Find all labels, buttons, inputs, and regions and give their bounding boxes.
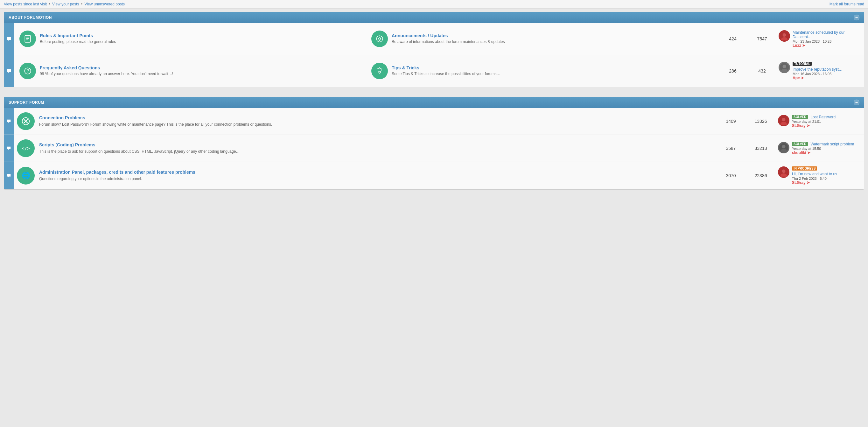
row-1-last-post-inner: Maintenance scheduled by our Datacent… M… bbox=[779, 30, 858, 48]
row-2-last-post-title[interactable]: Improve the reputation syst… bbox=[793, 67, 842, 71]
scripts-indicator bbox=[4, 135, 14, 162]
svg-line-15 bbox=[382, 68, 382, 69]
admin-inner: 🌐 Administration Panel, packages, credit… bbox=[14, 162, 864, 189]
support-section-header: SUPPORT FORUM − bbox=[4, 97, 864, 108]
avatar-icon-admin bbox=[779, 168, 788, 177]
row-1-posts: 424 bbox=[720, 36, 745, 41]
support-row-scripts: </> Scripts (Coding) Problems This is th… bbox=[4, 135, 864, 162]
svg-rect-0 bbox=[25, 35, 30, 42]
rules-icon-circle bbox=[20, 31, 36, 47]
row-2-indicator bbox=[4, 55, 14, 87]
view-since-link[interactable]: View posts since last visit bbox=[4, 2, 47, 6]
admin-icon-circle: 🌐 bbox=[17, 167, 35, 185]
row-2-last-post-info: TUTORIAL Improve the reputation syst… Mo… bbox=[793, 62, 858, 80]
faq-icon-circle: ? bbox=[20, 63, 36, 79]
separator-2: • bbox=[81, 2, 83, 6]
top-bar: View posts since last visit • View your … bbox=[0, 0, 868, 8]
connection-avatar bbox=[778, 115, 789, 126]
svg-point-23 bbox=[782, 118, 785, 121]
about-section: ABOUT FORUMOTION − Rule bbox=[4, 12, 864, 87]
avatar-icon bbox=[780, 31, 789, 40]
row-2-last-post-inner: TUTORIAL Improve the reputation syst… Mo… bbox=[779, 62, 858, 80]
support-collapse-button[interactable]: − bbox=[854, 100, 860, 105]
connection-last-post: SOLVED Lost Password Yesterday at 21:01 … bbox=[778, 115, 861, 128]
connection-last-post-info: SOLVED Lost Password Yesterday at 21:01 … bbox=[792, 115, 858, 128]
tips-title[interactable]: Tips & Tricks bbox=[392, 65, 713, 70]
tips-cell: Tips & Tricks Some Tips & Tricks to incr… bbox=[368, 58, 716, 84]
scripts-last-post-title[interactable]: Watermark script problem bbox=[810, 142, 854, 146]
connection-arrow-icon: ➤ bbox=[807, 123, 810, 128]
row-1-last-post: Maintenance scheduled by our Datacent… M… bbox=[779, 30, 861, 48]
row-1-topics: 7547 bbox=[749, 36, 775, 41]
scripts-last-post: SOLVED Watermark script problem Yesterda… bbox=[778, 142, 861, 155]
rules-title[interactable]: Rules & Important Points bbox=[40, 33, 361, 38]
connection-info: Connection Problems Forum slow? Lost Pas… bbox=[39, 115, 714, 127]
avatar-icon-2 bbox=[780, 63, 789, 72]
scripts-last-post-time: Yesterday at 15:50 bbox=[792, 147, 858, 151]
avatar-icon-conn bbox=[779, 116, 788, 125]
faq-desc: 99 % of your questions have already an a… bbox=[40, 71, 173, 76]
row-1-last-post-info: Maintenance scheduled by our Datacent… M… bbox=[793, 30, 858, 48]
connection-inner: Connection Problems Forum slow? Lost Pas… bbox=[14, 108, 864, 134]
scripts-icon-circle: </> bbox=[17, 140, 35, 157]
view-unanswered-link[interactable]: View unanswered posts bbox=[84, 2, 125, 6]
about-row-2: ? Frequently Asked Questions 99 % of you… bbox=[4, 55, 864, 87]
scripts-arrow-icon: ➤ bbox=[807, 151, 810, 155]
announcements-icon bbox=[375, 35, 384, 43]
admin-info: Administration Panel, packages, credits … bbox=[39, 170, 714, 182]
view-your-posts-link[interactable]: View your posts bbox=[52, 2, 79, 6]
svg-point-4 bbox=[376, 36, 383, 42]
row-1-last-post-title[interactable]: Maintenance scheduled by our Datacent… bbox=[793, 30, 858, 39]
row-2-last-post: TUTORIAL Improve the reputation syst… Mo… bbox=[779, 62, 861, 80]
mark-all-read-link[interactable]: Mark all forums read bbox=[830, 2, 864, 6]
admin-avatar bbox=[778, 166, 789, 178]
chat-icon-admin bbox=[7, 174, 11, 178]
scripts-solved-badge: SOLVED bbox=[792, 142, 808, 146]
tips-desc: Some Tips & Tricks to increase the possi… bbox=[392, 71, 500, 76]
faq-title[interactable]: Frequently Asked Questions bbox=[40, 65, 361, 70]
about-section-header: ABOUT FORUMOTION − bbox=[4, 12, 864, 23]
about-collapse-button[interactable]: − bbox=[854, 14, 860, 20]
connection-last-post-inner: SOLVED Lost Password Yesterday at 21:01 … bbox=[778, 115, 858, 128]
faq-icon: ? bbox=[24, 67, 32, 75]
scripts-last-post-info: SOLVED Watermark script problem Yesterda… bbox=[792, 142, 858, 155]
svg-point-26 bbox=[782, 145, 785, 148]
faq-info: Frequently Asked Questions 99 % of your … bbox=[40, 65, 361, 77]
section-divider bbox=[0, 90, 868, 94]
announcements-cell: Announcements / Updates Be aware of info… bbox=[368, 26, 716, 52]
svg-point-5 bbox=[379, 37, 380, 37]
row-1-inner: Rules & Important Points Before posting,… bbox=[14, 23, 864, 55]
chat-icon-2 bbox=[6, 68, 11, 73]
admin-last-post-inner: IN PROGRESS Hi, I´m new and want to us… … bbox=[778, 166, 858, 185]
tutorial-badge: TUTORIAL bbox=[793, 62, 812, 66]
connection-desc: Forum slow? Lost Password? Forum showing… bbox=[39, 122, 272, 127]
admin-topics: 22386 bbox=[748, 173, 774, 178]
row-1-avatar bbox=[779, 30, 790, 42]
admin-desc: Questions regarding your options in the … bbox=[39, 177, 142, 181]
row-2-last-post-user: Ape ➤ bbox=[793, 76, 858, 80]
announcements-icon-circle bbox=[371, 31, 388, 47]
admin-last-post-user: SLGray ➤ bbox=[792, 180, 858, 185]
admin-title[interactable]: Administration Panel, packages, credits … bbox=[39, 170, 714, 175]
support-section-title: SUPPORT FORUM bbox=[8, 100, 44, 105]
tips-icon-circle bbox=[371, 63, 388, 79]
rules-info: Rules & Important Points Before posting,… bbox=[40, 33, 361, 44]
scripts-title[interactable]: Scripts (Coding) Problems bbox=[39, 142, 714, 147]
svg-text:?: ? bbox=[27, 68, 30, 73]
scripts-last-post-user: skouliki ➤ bbox=[792, 151, 858, 155]
top-bar-right: Mark all forums read bbox=[830, 2, 864, 6]
admin-last-post-title[interactable]: Hi, I´m new and want to us… bbox=[792, 172, 841, 176]
connection-title[interactable]: Connection Problems bbox=[39, 115, 714, 120]
connection-last-post-title[interactable]: Lost Password bbox=[810, 115, 836, 119]
announcements-title[interactable]: Announcements / Updates bbox=[392, 33, 713, 38]
connection-icon-circle bbox=[17, 112, 35, 130]
chat-icon bbox=[6, 36, 11, 41]
scripts-desc: This is the place to ask for support on … bbox=[39, 149, 240, 154]
support-section: SUPPORT FORUM − Connection Problems Foru… bbox=[4, 97, 864, 190]
row-2-last-post-time: Mon 16 Jan 2023 - 16:05 bbox=[793, 72, 858, 76]
row-1-arrow-icon: ➤ bbox=[802, 43, 805, 48]
svg-line-14 bbox=[377, 68, 378, 69]
row-2-avatar bbox=[779, 62, 790, 73]
row-1-last-post-user: Luzz ➤ bbox=[793, 43, 858, 48]
admin-last-post: IN PROGRESS Hi, I´m new and want to us… … bbox=[778, 166, 861, 185]
